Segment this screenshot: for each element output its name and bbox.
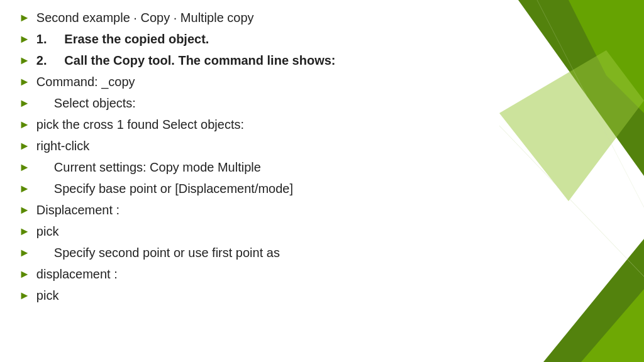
bullet-arrow-icon: ► <box>19 96 30 111</box>
list-item: ► right-click <box>19 137 478 155</box>
bullet-text: pick <box>36 222 478 240</box>
bullet-arrow-icon: ► <box>19 202 30 218</box>
bullet-text: Select objects: <box>36 94 478 112</box>
svg-marker-0 <box>518 0 644 176</box>
svg-marker-3 <box>543 239 644 362</box>
bullet-arrow-icon: ► <box>19 266 30 282</box>
bullet-arrow-icon: ► <box>19 224 30 239</box>
list-item: ► displacement : <box>19 265 478 283</box>
bullet-text: 2. Call the Copy tool. The command line … <box>36 52 478 69</box>
bullet-arrow-icon: ► <box>19 138 30 154</box>
bullet-text: right-click <box>36 137 478 155</box>
bullet-text: 1. Erase the copied object. <box>36 30 478 48</box>
bullet-arrow-icon: ► <box>19 31 30 47</box>
bullet-arrow-icon: ► <box>19 117 30 133</box>
svg-line-6 <box>537 0 644 207</box>
bullet-arrow-icon: ► <box>19 181 30 197</box>
bullet-text: Displacement : <box>36 201 478 219</box>
main-content: ► Second example · Copy · Multiple copy … <box>0 0 491 317</box>
list-item: ► Specify base point or [Displacement/mo… <box>19 180 478 197</box>
list-item: ► Current settings: Copy mode Multiple <box>19 158 478 176</box>
bullet-text: Second example · Copy · Multiple copy <box>36 9 478 26</box>
bullet-text: Specify second point or use first point … <box>36 244 478 261</box>
bullet-arrow-icon: ► <box>19 160 30 175</box>
list-item: ► Second example · Copy · Multiple copy <box>19 9 478 26</box>
list-item: ► pick the cross 1 found Select objects: <box>19 116 478 133</box>
bullet-arrow-icon: ► <box>19 53 30 69</box>
bullet-arrow-icon: ► <box>19 245 30 261</box>
bullet-arrow-icon: ► <box>19 288 30 304</box>
bullet-arrow-icon: ► <box>19 10 30 26</box>
bullet-text: Command: _copy <box>36 73 478 90</box>
list-item: ► 1. Erase the copied object. <box>19 30 478 48</box>
list-item: ► Command: _copy <box>19 73 478 90</box>
svg-marker-1 <box>569 0 644 113</box>
bullet-text: Current settings: Copy mode Multiple <box>36 158 478 176</box>
bullet-text: displacement : <box>36 265 478 283</box>
list-item: ► Displacement : <box>19 201 478 219</box>
svg-line-5 <box>499 126 644 277</box>
bullet-text: Specify base point or [Displacement/mode… <box>36 180 478 197</box>
list-item: ► pick <box>19 287 478 304</box>
bullet-text: pick the cross 1 found Select objects: <box>36 116 478 133</box>
bullet-arrow-icon: ► <box>19 74 30 90</box>
bullet-text: pick <box>36 287 478 304</box>
svg-marker-4 <box>581 289 644 362</box>
list-item: ► pick <box>19 222 478 240</box>
list-item: ► Specify second point or use first poin… <box>19 244 478 261</box>
list-item: ► Select objects: <box>19 94 478 112</box>
list-item: ► 2. Call the Copy tool. The command lin… <box>19 52 478 69</box>
svg-marker-2 <box>499 50 644 201</box>
